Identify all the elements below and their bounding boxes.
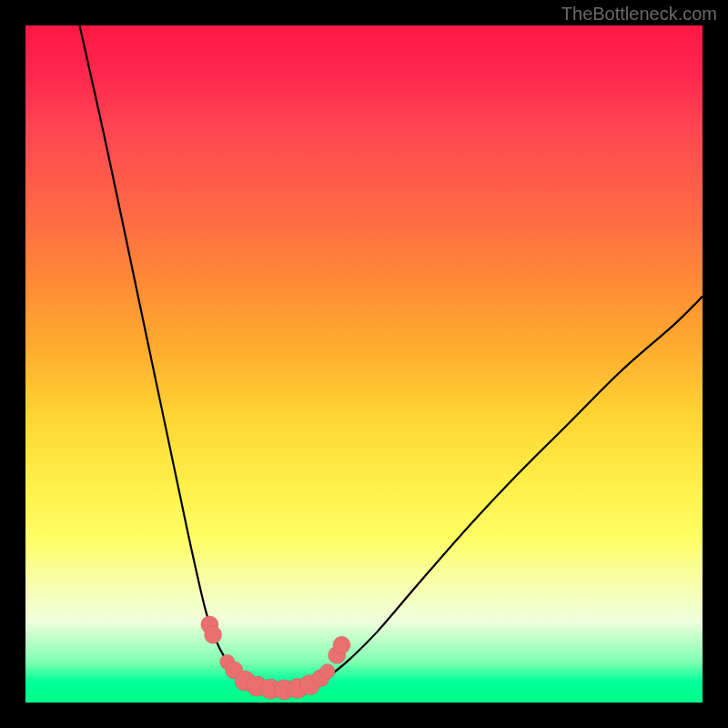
watermark-label: TheBottleneck.com [561, 4, 717, 25]
marker-group [201, 616, 350, 700]
plot-area [25, 25, 703, 703]
marker-point [320, 664, 335, 679]
marker-point [333, 636, 350, 653]
marker-point [204, 626, 221, 643]
curve-line [80, 25, 703, 690]
chart-svg [25, 25, 703, 703]
